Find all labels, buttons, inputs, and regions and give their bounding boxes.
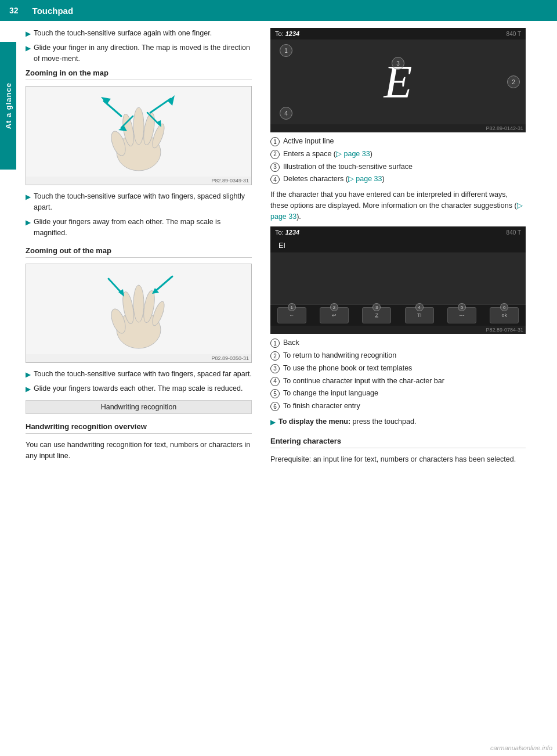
bullet-item: ▶ Glide your fingers towards each other.… [26,383,252,394]
screen1-badge-3: 3 [392,57,404,70]
screen1-main-area: 1 E 3 2 4 [270,39,526,124]
screen2-address: To: 1234 [275,229,299,236]
screen2-img-ref: P82.89-0784-31 [270,326,526,334]
num-item: 3 Illustration of the touch-sensitive su… [270,161,526,172]
screen-btn-text-6: ok [502,312,508,318]
screen-btn-badge-4: 4 [415,303,424,311]
display-menu-bullet: ▶ To display the menu: press the touchpa… [270,416,526,427]
num-item: 1 Back [270,337,526,348]
screen1-num-list: 1 Active input line 2 Enters a space (▷ … [270,136,526,185]
screen-btn-2: 2 ↩ [320,307,349,323]
screen2-bottombar: 1 ← 2 ↩ 3 Z 4 Ti [270,304,526,326]
screen2-display: To: 1234 840 T El 1 [270,226,526,334]
screen2-topbar: To: 1234 840 T [270,226,526,238]
num-circle: 1 [270,339,280,348]
num-item-text: Back [283,337,299,348]
zoom-in-img-ref: P82.89-0349-31 [26,177,251,185]
zoom-out-hand-image [26,264,251,354]
bullet-text: Glide your fingers towards each other. T… [34,383,243,394]
bullet-arrow-icon: ▶ [26,29,30,39]
handwriting-tag: Handwriting recognition [26,400,252,414]
page-ref: ▷ page 33 [348,175,382,183]
watermark: carmanualsonline.info [490,744,552,751]
screen-btn-text-1: ← [289,312,294,318]
bullet-item: ▶ Glide your fingers away from each othe… [26,217,252,239]
num-item-text: Active input line [283,136,334,147]
zoom-in-heading: Zooming in on the map [26,69,252,80]
zoom-in-illustration: P82.89-0349-31 [26,86,252,185]
num-item-text: To continue character input with the cha… [283,376,444,387]
screen-btn-text-3: Z [375,312,379,318]
screen-btn-5: 5 --- [447,307,476,323]
bullet-item: ▶ Glide your finger in any direction. Th… [26,42,252,64]
screen-btn-badge-3: 3 [372,303,381,311]
svg-point-3 [133,107,144,145]
zoom-out-gesture-svg [86,266,191,353]
right-column: To: 1234 840 T 1 E 3 2 4 P82.89-0142-31 [261,28,540,469]
screen1-topbar: To: 1234 840 T [270,28,526,39]
screen2-main-area [270,253,526,304]
num-item-text: To finish character entry [283,401,360,412]
screen2-container: To: 1234 840 T El 1 [270,226,526,334]
screen2-entered-char: El [275,240,289,251]
num-circle: 6 [270,402,280,411]
bullet-item: ▶ Touch the touch-sensitive surface agai… [26,28,252,39]
svg-point-17 [133,285,144,322]
entering-text: Prerequisite: an input line for text, nu… [270,454,526,465]
page-number: 32 [9,6,19,15]
zoom-in-gesture-svg [86,88,191,175]
screen-btn-badge-5: 5 [458,303,466,311]
screen1-badge-2: 2 [507,75,520,88]
screen-btn-badge-6: 6 [500,303,508,311]
num-item-text: Enters a space (▷ page 33) [283,149,372,160]
bullet-arrow-icon: ▶ [26,370,30,380]
hw-overview-heading: Handwriting recognition overview [26,422,252,434]
zoom-out-bullets: ▶ Touch the touch-sensitive surface with… [26,369,252,394]
svg-marker-9 [168,95,175,106]
num-item-text: Illustration of the touch-sensitive surf… [283,161,413,172]
header-bar: 32 Touchpad [0,0,557,21]
num-item: 3 To use the phone book or text template… [270,363,526,374]
screen-btn-6: 6 ok [490,307,519,323]
screen2-input-line: El [270,238,526,253]
num-item-text: Deletes characters (▷ page 33) [283,174,385,185]
num-circle: 1 [270,137,280,146]
num-item: 4 To continue character input with the c… [270,376,526,387]
screen-btn-1: 1 ← [277,307,306,323]
screen-btn-text-5: --- [459,312,464,318]
bullet-text: Glide your finger in any direction. The … [34,42,252,64]
bullet-item: ▶ Touch the touch-sensitive surface with… [26,191,252,213]
num-item: 2 Enters a space (▷ page 33) [270,149,526,160]
entering-heading: Entering characters [270,437,526,448]
num-circle: 2 [270,351,280,361]
num-item: 2 To return to handwriting recognition [270,350,526,361]
zoom-in-hand-image [26,87,251,177]
screen-btn-badge-2: 2 [330,303,338,311]
zoom-in-bullets: ▶ Touch the touch-sensitive surface with… [26,191,252,238]
left-column: ▶ Touch the touch-sensitive surface agai… [0,28,261,469]
num-item-text: To change the input language [283,388,378,399]
screen1-address: To: 1234 [275,30,299,37]
num-item: 4 Deletes characters (▷ page 33) [270,174,526,185]
screen2-status: 840 T [507,229,521,236]
screen1-badge-4: 4 [280,107,292,120]
screen-btn-3: 3 Z [362,307,391,323]
page-ref-inline: ▷ page 33 [270,201,523,221]
num-item: 6 To finish character entry [270,401,526,412]
screen2-num-list: 1 Back 2 To return to handwriting recogn… [270,337,526,412]
screen2-address-label: To: [275,229,284,236]
bullet-arrow-icon: ▶ [26,218,30,239]
bullet-arrow-icon: ▶ [26,384,30,394]
screen1-container: To: 1234 840 T 1 E 3 2 4 P82.89-0142-31 [270,28,526,132]
screen1-address-value: 1234 [285,30,299,37]
zoom-out-illustration: P82.89-0350-31 [26,264,252,363]
bullet-text: Glide your fingers away from each other.… [34,217,252,239]
screen1-para: If the character that you have entered c… [270,189,526,222]
screen-btn-badge-1: 1 [288,303,296,311]
hw-overview-text: You can use handwriting recognition for … [26,440,252,462]
num-item: 5 To change the input language [270,388,526,399]
num-item-text: To return to handwriting recognition [283,350,396,361]
screen-btn-text-2: ↩ [332,312,337,318]
svg-line-8 [150,99,171,113]
screen1-badge-1: 1 [280,44,292,57]
